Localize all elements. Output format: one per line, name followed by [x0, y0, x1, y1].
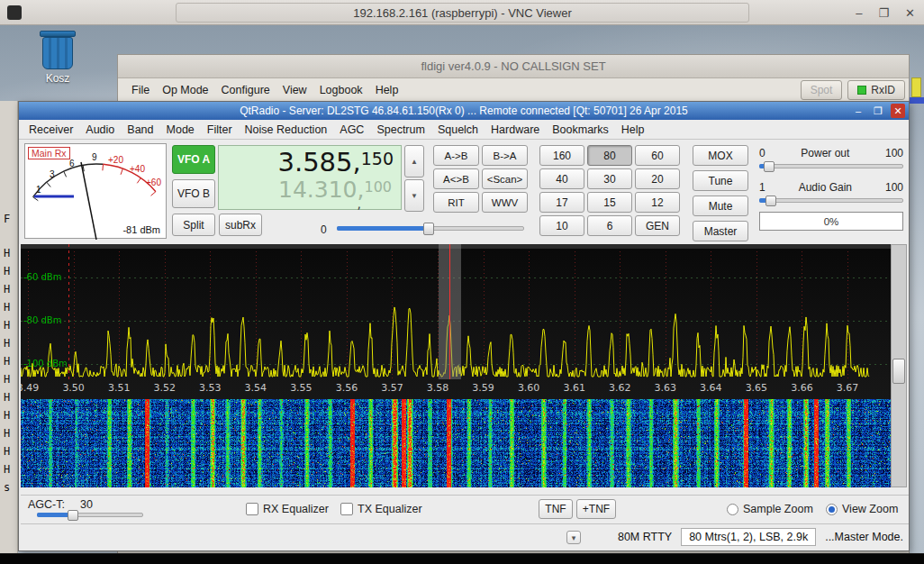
- scrollbar-handle[interactable]: [892, 359, 905, 384]
- slider-groove: [759, 198, 903, 203]
- menu-item-band[interactable]: Band: [121, 123, 159, 137]
- view-zoom-radio[interactable]: [826, 504, 838, 515]
- qtradio-titlebar[interactable]: QtRadio - Server: DL2STG 46.84.61.150(Rx…: [19, 102, 909, 120]
- menu-item-agc[interactable]: AGC: [333, 123, 370, 137]
- vnc-minimize-button[interactable]: –: [856, 6, 862, 20]
- xfer-button--scan-[interactable]: <Scan>: [482, 168, 528, 189]
- vnc-close-button[interactable]: ✕: [905, 6, 915, 20]
- rx-equalizer-checkbox[interactable]: [246, 503, 258, 515]
- band-button-gen[interactable]: GEN: [635, 215, 680, 236]
- menu-item-noise-reduction[interactable]: Noise Reduction: [239, 123, 334, 137]
- frequency-display[interactable]: 3.585,150 14.310,100 ,: [218, 145, 402, 210]
- menu-item-filter[interactable]: Filter: [201, 123, 239, 137]
- rx-text-char: H: [4, 463, 10, 476]
- xfer-button-rit[interactable]: RIT: [433, 192, 479, 213]
- window-minimize-button[interactable]: –: [851, 104, 865, 118]
- band-button-10[interactable]: 10: [539, 215, 584, 236]
- menu-item-receiver[interactable]: Receiver: [23, 123, 79, 137]
- fldigi-window-title: fldigi ver4.0.9 - NO CALLSIGN SET: [421, 59, 605, 73]
- freq-tick-label: 3.59: [470, 382, 497, 394]
- freq-tick-label: 3.55: [287, 382, 314, 394]
- menu-item-help[interactable]: Help: [369, 83, 405, 97]
- spectrum-scrollbar[interactable]: [891, 244, 907, 487]
- vnc-app-icon: [7, 5, 22, 20]
- slider-fill: [337, 226, 429, 231]
- status-scroll-button[interactable]: ▾: [566, 531, 581, 544]
- dbm-axis-label: -60 dBm: [23, 272, 61, 282]
- xfer-button-a-b[interactable]: A->B: [433, 145, 479, 166]
- xfer-button-b-a[interactable]: B->A: [482, 145, 528, 166]
- band-button-60[interactable]: 60: [635, 145, 680, 166]
- menu-item-view[interactable]: View: [276, 83, 313, 97]
- menu-item-spectrum[interactable]: Spectrum: [370, 123, 431, 137]
- menu-item-squelch[interactable]: Squelch: [431, 123, 485, 137]
- tune-slider[interactable]: [337, 223, 524, 235]
- rxid-button[interactable]: RxID: [847, 80, 905, 100]
- audio-gain-slider[interactable]: [759, 196, 903, 206]
- band-button-12[interactable]: 12: [635, 192, 680, 213]
- status-bar: ▾ 80M RTTY 80 Mtrs(1, 2), LSB, 2.9k ...M…: [21, 523, 909, 549]
- waterfall-canvas[interactable]: [21, 399, 891, 487]
- tx-equalizer-checkbox[interactable]: [340, 503, 353, 515]
- band-button-6[interactable]: 6: [587, 215, 632, 236]
- freq-tick-label: 3.53: [196, 382, 223, 394]
- band-button-17[interactable]: 17: [539, 192, 584, 213]
- meter-scale-label: +20: [108, 155, 123, 165]
- band-button-30[interactable]: 30: [587, 168, 632, 189]
- fldigi-titlebar[interactable]: fldigi ver4.0.9 - NO CALLSIGN SET: [118, 55, 909, 78]
- subrx-button[interactable]: subRx: [219, 214, 262, 236]
- rx-equalizer-control: RX Equalizer: [246, 496, 329, 523]
- trash-icon[interactable]: Kosz: [32, 31, 83, 85]
- spot-button[interactable]: Spot: [801, 80, 843, 100]
- band-button-15[interactable]: 15: [587, 192, 632, 213]
- desktop: Kosz fldigi ver4.0.9 - NO CALLSIGN SET F…: [0, 25, 924, 553]
- agc-t-value: 30: [80, 498, 93, 511]
- plus-tnf-button[interactable]: +TNF: [576, 499, 616, 519]
- slider-handle[interactable]: [764, 161, 775, 172]
- agc-t-slider[interactable]: [37, 510, 143, 521]
- menu-item-bookmarks[interactable]: Bookmarks: [546, 123, 615, 137]
- split-button[interactable]: Split: [172, 214, 215, 236]
- mute-button[interactable]: Mute: [693, 196, 748, 216]
- vfo-a-button[interactable]: VFO A: [172, 145, 215, 174]
- slider-handle[interactable]: [765, 196, 776, 206]
- band-button-40[interactable]: 40: [539, 168, 584, 189]
- menu-item-audio[interactable]: Audio: [79, 123, 121, 137]
- freq-scale: 3.493.503.513.523.533.543.553.563.573.58…: [21, 379, 891, 399]
- window-close-button[interactable]: ✕: [891, 104, 905, 118]
- slider-handle[interactable]: [68, 510, 78, 521]
- menu-item-file[interactable]: File: [125, 83, 156, 97]
- menu-item-op-mode[interactable]: Op Mode: [156, 83, 214, 97]
- power-out-slider[interactable]: [759, 161, 903, 172]
- menu-item-help[interactable]: Help: [615, 123, 651, 137]
- tune-button[interactable]: Tune: [693, 170, 748, 191]
- menu-item-logbook[interactable]: Logbook: [313, 83, 369, 97]
- xfer-button-a-b[interactable]: A<>B: [433, 168, 479, 189]
- sample-zoom-control: Sample Zoom: [727, 496, 813, 523]
- menu-item-configure[interactable]: Configure: [215, 83, 276, 97]
- window-maximize-button[interactable]: ❐: [871, 104, 885, 118]
- tnf-button[interactable]: TNF: [539, 499, 573, 519]
- slider-handle[interactable]: [423, 223, 434, 235]
- band-button-160[interactable]: 160: [539, 145, 584, 166]
- meter-scale-label: +60: [146, 177, 161, 187]
- taskbar[interactable]: [0, 553, 924, 564]
- background-window-fragment: [910, 97, 924, 104]
- frequency-step-down-button[interactable]: ▼: [404, 179, 424, 212]
- sample-zoom-radio[interactable]: [727, 504, 738, 515]
- vnc-window-title: 192.168.2.161 (raspberrypi) - VNC Viewer: [353, 6, 572, 20]
- vnc-maximize-button[interactable]: ❐: [878, 6, 889, 20]
- mox-button[interactable]: MOX: [693, 145, 748, 166]
- master-button[interactable]: Master: [693, 221, 748, 241]
- menu-item-mode[interactable]: Mode: [160, 123, 201, 137]
- frequency-step-up-button[interactable]: ▲: [404, 145, 424, 177]
- freq-tick-label: 3.65: [743, 382, 770, 394]
- menu-item-hardware[interactable]: Hardware: [485, 123, 546, 137]
- freq-tick-label: 3.63: [652, 382, 679, 394]
- band-button-80[interactable]: 80: [587, 145, 632, 166]
- xfer-button-wwv[interactable]: WWV: [482, 192, 528, 213]
- vfo-b-button[interactable]: VFO B: [172, 179, 215, 208]
- view-zoom-control: View Zoom: [826, 496, 898, 523]
- band-button-20[interactable]: 20: [635, 168, 680, 189]
- status-mode: 80M RTTY: [618, 531, 672, 543]
